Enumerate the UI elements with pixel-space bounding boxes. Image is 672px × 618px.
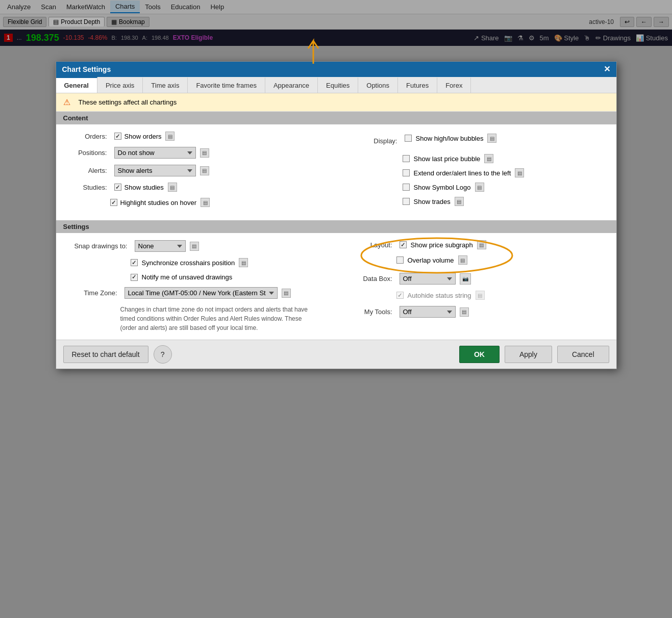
orders-row: Orders: Show orders ▤ (66, 132, 321, 141)
settings-left-col: Snap drawings to: None ▤ Synchronize cro… (66, 240, 336, 332)
time-zone-dropdown[interactable]: Local Time (GMT-05:00 / New York (Easter… (125, 287, 278, 299)
tab-price-axis[interactable]: Price axis (97, 77, 143, 93)
warning-banner: ⚠ These settings affect all chartings (56, 93, 616, 112)
help-button[interactable]: ? (154, 345, 172, 364)
settings-right-col: Layout: Show price subgraph ▤ Overlap vo… (336, 240, 606, 332)
my-tools-label: My Tools: (352, 308, 392, 316)
modal-tabs: General Price axis Time axis Favorite ti… (56, 77, 616, 93)
highlight-studies-row: Highlight studies on hover ▤ (66, 198, 321, 207)
content-left-col: Orders: Show orders ▤ Positions: Do no (66, 132, 336, 213)
studies-checkbox-label: Show studies (125, 184, 164, 191)
content-two-col: Orders: Show orders ▤ Positions: Do no (66, 132, 606, 213)
highlight-studies-info-icon[interactable]: ▤ (201, 198, 210, 207)
highlight-studies-checkbox[interactable] (110, 199, 117, 206)
time-zone-row: Time Zone: Local Time (GMT-05:00 / New Y… (66, 287, 321, 299)
sync-crosshairs-label: Synchronize crosshairs position (142, 259, 235, 267)
extend-lines-label: Extend order/alert lines to the left (414, 169, 511, 177)
ok-button[interactable]: OK (459, 346, 500, 363)
orders-info-icon[interactable]: ▤ (165, 132, 175, 141)
autohide-checkbox[interactable] (396, 292, 404, 299)
studies-checkbox[interactable] (114, 184, 121, 191)
studies-row: Studies: Show studies ▤ (66, 183, 321, 192)
data-box-row: Data Box: Off 📷 (352, 273, 606, 285)
show-price-subgraph-label: Show price subgraph (411, 241, 473, 249)
tab-futures[interactable]: Futures (398, 77, 437, 93)
layout-row: Layout: Show price subgraph ▤ (352, 240, 606, 249)
my-tools-info-icon[interactable]: ▤ (460, 307, 469, 317)
overlap-volume-label: Overlap volume (408, 256, 454, 264)
overlap-volume-checkbox[interactable] (396, 256, 404, 264)
orders-checkbox[interactable] (114, 133, 121, 140)
tab-favorite-time-frames[interactable]: Favorite time frames (188, 77, 265, 93)
alerts-row: Alerts: Show alerts ▤ (66, 165, 321, 176)
show-price-subgraph-checkbox[interactable] (400, 241, 407, 248)
time-zone-info-icon[interactable]: ▤ (282, 289, 291, 298)
layout-label: Layout: (352, 241, 392, 249)
positions-info-icon[interactable]: ▤ (200, 148, 209, 158)
alerts-dropdown[interactable]: Show alerts (114, 165, 196, 176)
display-item-symbol-logo: Show Symbol Logo ▤ (352, 183, 606, 192)
symbol-logo-checkbox[interactable] (403, 184, 410, 191)
cancel-button[interactable]: Cancel (557, 346, 609, 363)
tab-general[interactable]: General (56, 77, 97, 93)
sync-crosshairs-info-icon[interactable]: ▤ (239, 258, 248, 267)
orders-label: Orders: (66, 133, 107, 140)
chart-settings-modal: Chart Settings ✕ General Price axis Time… (56, 61, 617, 369)
extend-lines-checkbox[interactable] (403, 169, 410, 176)
tab-appearance[interactable]: Appearance (265, 77, 318, 93)
high-low-label: Show high/low bubbles (416, 135, 484, 142)
snap-drawings-dropdown[interactable]: None (135, 240, 186, 252)
apply-button[interactable]: Apply (505, 346, 552, 363)
last-price-label: Show last price bubble (414, 155, 481, 163)
autohide-row: Autohide status string ▤ (352, 291, 606, 300)
orders-checkbox-label: Show orders (125, 133, 162, 140)
snap-drawings-label: Snap drawings to: (66, 242, 128, 250)
overlap-volume-info-icon[interactable]: ▤ (458, 255, 467, 265)
alerts-label: Alerts: (66, 167, 107, 174)
display-header-row: Display: Show high/low bubbles ▤ (352, 134, 606, 148)
settings-section: Snap drawings to: None ▤ Synchronize cro… (56, 233, 616, 340)
tab-equities[interactable]: Equities (318, 77, 358, 93)
show-price-subgraph-info-icon[interactable]: ▤ (477, 240, 486, 249)
sync-crosshairs-row: Synchronize crosshairs position ▤ (66, 258, 321, 267)
modal-title-bar: Chart Settings ✕ (56, 62, 616, 77)
symbol-logo-info-icon[interactable]: ▤ (475, 183, 484, 192)
modal-title: Chart Settings (62, 65, 111, 73)
show-trades-info-icon[interactable]: ▤ (455, 197, 464, 206)
content-section: Orders: Show orders ▤ Positions: Do no (56, 124, 616, 220)
modal-close-button[interactable]: ✕ (604, 65, 610, 73)
positions-dropdown[interactable]: Do not show (114, 147, 196, 159)
last-price-info-icon[interactable]: ▤ (484, 154, 493, 163)
my-tools-dropdown[interactable]: Off (400, 306, 456, 318)
extend-lines-info-icon[interactable]: ▤ (515, 168, 524, 177)
studies-label: Studies: (66, 184, 107, 191)
my-tools-row: My Tools: Off ▤ (352, 306, 606, 318)
alerts-info-icon[interactable]: ▤ (200, 166, 209, 175)
studies-info-icon[interactable]: ▤ (168, 183, 177, 192)
notify-unsaved-label: Notify me of unsaved drawings (142, 273, 233, 281)
positions-label: Positions: (66, 149, 107, 157)
last-price-checkbox[interactable] (403, 155, 410, 162)
reset-to-default-button[interactable]: Reset to chart default (63, 346, 148, 363)
highlight-studies-label: Highlight studies on hover (120, 199, 197, 207)
sync-crosshairs-checkbox[interactable] (131, 259, 138, 266)
tab-forex[interactable]: Forex (437, 77, 471, 93)
positions-row: Positions: Do not show ▤ (66, 147, 321, 159)
show-trades-checkbox[interactable] (403, 198, 410, 205)
tab-options[interactable]: Options (358, 77, 398, 93)
snap-drawings-info-icon[interactable]: ▤ (190, 242, 199, 251)
tab-time-axis[interactable]: Time axis (143, 77, 188, 93)
warning-icon: ⚠ (63, 97, 70, 107)
notify-unsaved-row: Notify me of unsaved drawings (66, 273, 321, 281)
data-box-info-icon[interactable]: 📷 (460, 273, 471, 285)
high-low-info-icon[interactable]: ▤ (487, 134, 496, 143)
modal-wrapper: Chart Settings ✕ General Price axis Time… (56, 61, 617, 369)
content-right-col: Display: Show high/low bubbles ▤ Show la… (336, 132, 606, 213)
display-item-show-trades: Show trades ▤ (352, 197, 606, 206)
data-box-dropdown[interactable]: Off (400, 273, 456, 285)
high-low-checkbox[interactable] (405, 135, 412, 142)
notify-unsaved-checkbox[interactable] (131, 274, 138, 281)
modal-footer: Reset to chart default ? OK Apply Cancel (56, 340, 616, 369)
symbol-logo-label: Show Symbol Logo (414, 184, 471, 191)
data-box-label: Data Box: (352, 275, 392, 282)
